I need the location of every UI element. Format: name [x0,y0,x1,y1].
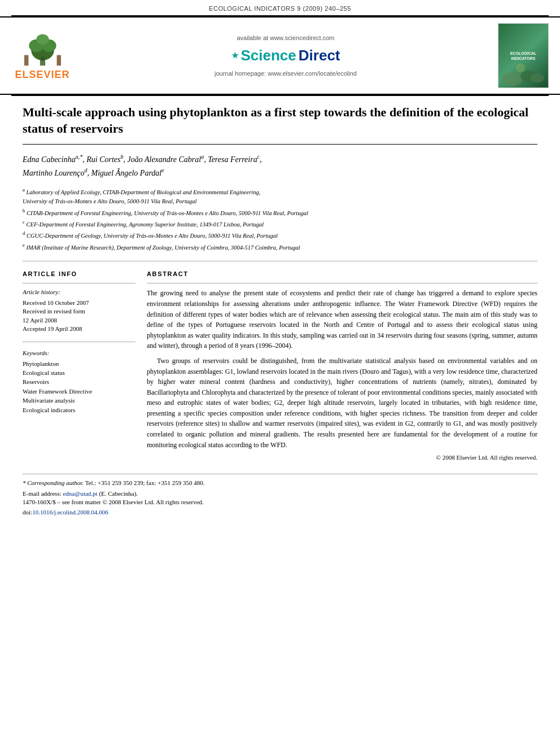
license-line: 1470-160X/$ – see front matter © 2008 El… [23,498,537,506]
author-3: João Alexandre Cabral [128,155,202,164]
keywords-section: Keywords: Phytoplankton Ecological statu… [23,349,135,414]
article-title: Multi-scale approach using phytoplankton… [23,104,537,144]
keyword-wfd: Water Framework Directive [23,387,135,396]
author-4: Teresa Ferreira [208,155,257,164]
author-6: Miguel Ângelo Pardal [91,169,162,177]
abstract-text: The growing need to analyse the present … [147,288,537,450]
abstract-column: ABSTRACT The growing need to analyse the… [147,270,537,462]
revised-date: Received in revised form12 April 2008 [23,307,135,325]
corresponding-label: * Corresponding author. [23,479,84,486]
sd-blue: Direct [299,45,340,65]
main-content: Multi-scale approach using phytoplankton… [0,96,560,528]
doi-value[interactable]: 10.1016/j.ecolind.2008.04.006 [32,509,108,516]
abstract-paragraph-2: Two groups of reservoirs could be distin… [147,356,537,450]
svg-point-8 [502,72,522,86]
footer-notes: * Corresponding author. Tel.: +351 259 3… [23,474,537,517]
sd-teal: Science [241,45,296,65]
doi-label: doi: [23,509,32,516]
authors: Edna Cabecinhaa,*, Rui Cortesb, João Ale… [23,153,537,180]
journal-citation: ECOLOGICAL INDICATORS 9 (2009) 240–255 [0,0,560,15]
two-column-layout: ARTICLE INFO Article history: Received 1… [23,270,537,462]
svg-point-11 [516,63,525,72]
article-history: Article history: Received 10 October 200… [23,288,135,333]
svg-point-10 [531,73,544,82]
email-person: (E. Cabecinha). [99,490,138,497]
sciencedirect-logo: ★ Science Direct [85,45,487,65]
svg-point-4 [36,34,49,45]
journal-banner: ELSEVIER available at www.sciencedirect.… [0,16,560,95]
elsevier-logo: ELSEVIER [11,30,73,82]
email-line: E-mail address: edna@utad.pt (E. Cabecin… [23,490,537,498]
author-2: Rui Cortes [86,155,120,164]
center-banner: available at www.sciencedirect.com ★ Sci… [73,34,498,78]
email-address[interactable]: edna@utad.pt [63,490,97,497]
elsevier-tree-icon [21,30,64,67]
author-5: Martinho Lourenço [23,169,85,177]
affiliation-e: e IMAR (Institute of Marine Research), D… [23,241,537,252]
keyword-reservoirs: Reservoirs [23,378,135,386]
svg-rect-5 [24,55,28,65]
abstract-paragraph-1: The growing need to analyse the present … [147,288,537,351]
affiliation-c: c CEF-Department of Forestal Engineering… [23,218,537,229]
keyword-ecological-status: Ecological status [23,369,135,377]
tel: Tel.: +351 259 350 239; fax: +351 259 35… [85,479,205,486]
copyright: © 2008 Elsevier Ltd. All rights reserved… [147,453,537,462]
accepted-date: Accepted 19 April 2008 [23,325,135,333]
received-date: Received 10 October 2007 [23,299,135,307]
article-info-label: ARTICLE INFO [23,270,135,278]
author-1: Edna Cabecinha [23,155,76,164]
affiliations: a Laboratory of Applied Ecology, CITAB-D… [23,186,537,261]
article-info-column: ARTICLE INFO Article history: Received 1… [23,270,135,462]
svg-point-7 [40,56,44,60]
elsevier-text: ELSEVIER [15,68,69,82]
keywords-title: Keywords: [23,349,135,357]
email-label: E-mail address: [23,490,62,497]
svg-rect-6 [56,55,60,65]
abstract-label: ABSTRACT [147,270,537,278]
doi-line: doi:10.1016/j.ecolind.2008.04.006 [23,508,537,517]
journal-cover: ECOLOGICALINDICATORS [498,23,549,88]
keyword-multivariate: Multivariate analysis [23,396,135,405]
corresponding-author: * Corresponding author. Tel.: +351 259 3… [23,479,537,487]
available-text: available at www.sciencedirect.com [85,34,487,42]
keyword-phytoplankton: Phytoplankton [23,360,135,368]
affiliation-d: d CGUC-Department of Geology, University… [23,229,537,241]
history-title: Article history: [23,288,135,296]
cover-title: ECOLOGICALINDICATORS [510,51,537,60]
keyword-eco-indicators: Ecological indicators [23,406,135,414]
affiliation-b: b CITAB-Department of Forestal Engineeri… [23,207,537,218]
affiliation-a: a Laboratory of Applied Ecology, CITAB-D… [23,186,537,207]
cover-image [501,56,546,88]
journal-url: journal homepage: www.elsevier.com/locat… [85,69,487,78]
